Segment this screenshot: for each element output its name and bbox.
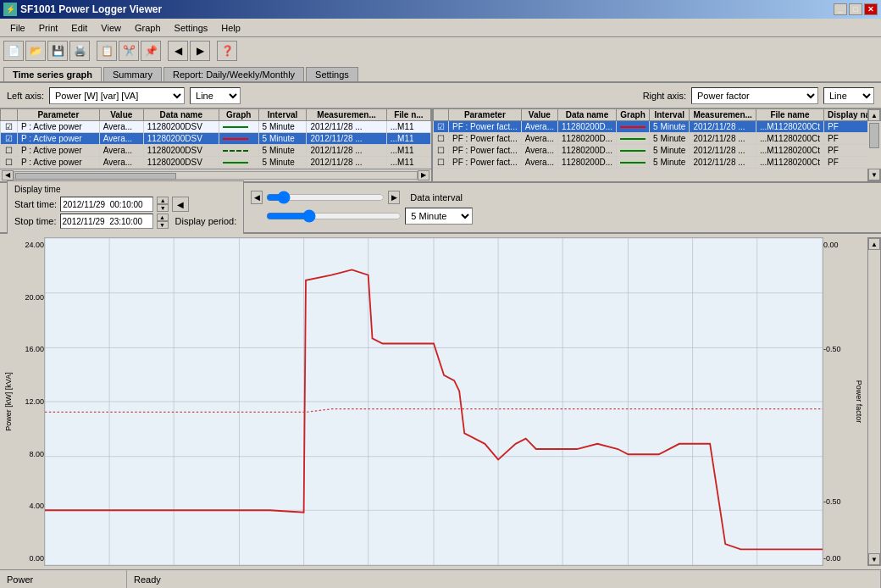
row-checkbox[interactable]: ☐ xyxy=(1,157,18,169)
tab-report[interactable]: Report: Daily/Weekly/Monthly xyxy=(163,67,304,81)
row-checkbox[interactable]: ☑ xyxy=(1,121,18,133)
nav-slider[interactable] xyxy=(266,191,385,204)
col-header-graph: Graph xyxy=(219,109,258,121)
title-bar: ⚡ SF1001 Power Logger Viewer _ □ ✕ xyxy=(0,0,881,19)
y-right-ticks: 0.00 -0.50 -0.50 -0.00 xyxy=(823,237,851,566)
minimize-button[interactable]: _ xyxy=(834,3,847,15)
rrow-checkbox[interactable]: ☐ xyxy=(434,133,449,145)
row-checkbox[interactable]: ☑ xyxy=(1,133,18,145)
start-time-input[interactable] xyxy=(60,197,153,212)
right-axis-type-select[interactable]: Line xyxy=(823,87,874,104)
left-axis-select[interactable]: Power [W] [var] [VA] xyxy=(49,87,185,104)
chart-svg xyxy=(45,238,823,565)
stop-time-down[interactable]: ▼ xyxy=(157,221,169,229)
row-measurement: 2012/11/28 ... xyxy=(307,157,386,169)
interval-select[interactable]: 5 Minute xyxy=(405,208,473,225)
rrow-checkbox[interactable]: ☐ xyxy=(434,145,449,157)
y-tick: 8.00 xyxy=(17,450,44,458)
param-area: Parameter Value Data name Graph Interval… xyxy=(0,108,881,183)
row-graph xyxy=(219,133,258,145)
scroll-down-btn[interactable]: ▼ xyxy=(868,169,880,180)
paste-button[interactable]: 📌 xyxy=(141,41,161,61)
rrow-checkbox[interactable]: ☐ xyxy=(434,157,449,169)
row-interval: 5 Minute xyxy=(258,133,307,145)
start-time-up[interactable]: ▲ xyxy=(157,197,169,204)
slider-area: ◀ ▶ Data interval 5 Minute xyxy=(251,191,874,225)
print-button[interactable]: 🖨️ xyxy=(69,41,90,61)
y-right-tick: -0.00 xyxy=(823,554,851,563)
nav-right-btn[interactable]: ▶ xyxy=(388,191,400,204)
left-axis-type-select[interactable]: Line xyxy=(190,87,241,104)
scrollbar-track xyxy=(14,171,418,180)
close-button[interactable]: ✕ xyxy=(864,3,878,15)
row-measurement: 2012/11/28 ... xyxy=(307,133,386,145)
cut-button[interactable]: ✂️ xyxy=(119,41,139,61)
copy-button[interactable]: 📋 xyxy=(97,41,117,61)
right-axis-select[interactable]: Power factor xyxy=(691,87,818,104)
nav-left-button[interactable]: ◀ xyxy=(168,41,188,61)
y-right-label: Power factor xyxy=(855,380,863,424)
table-row[interactable]: ☑ PF : Power fact... Avera... 11280200D.… xyxy=(434,121,868,133)
col-header-file: File n... xyxy=(386,109,430,121)
left-table-scrollbar[interactable]: ◀ ▶ xyxy=(0,169,431,180)
rrow-parameter: PF : Power fact... xyxy=(449,133,522,145)
tab-time-series[interactable]: Time series graph xyxy=(3,67,102,81)
scroll-left-btn[interactable]: ◀ xyxy=(2,170,14,180)
rrow-display: PF xyxy=(824,145,867,157)
col-header-check xyxy=(1,109,18,121)
maximize-button[interactable]: □ xyxy=(849,3,862,15)
table-row[interactable]: ☐ PF : Power fact... Avera... 11280200D.… xyxy=(434,157,868,169)
scroll-thumb[interactable] xyxy=(15,173,176,180)
menu-graph[interactable]: Graph xyxy=(128,21,168,35)
scroll-right-btn[interactable]: ▶ xyxy=(418,170,429,180)
row-checkbox[interactable]: ☐ xyxy=(1,145,18,157)
status-bar: Power Ready xyxy=(0,569,881,588)
y-left-label: Power [kW] [kVA] xyxy=(4,372,13,430)
chart-scrollbar-v[interactable]: ▲ ▼ xyxy=(867,237,881,566)
chart-scroll-up[interactable]: ▲ xyxy=(868,238,880,250)
menu-settings[interactable]: Settings xyxy=(168,21,215,35)
rrow-value: Avera... xyxy=(521,145,557,157)
tab-summary[interactable]: Summary xyxy=(103,67,162,81)
start-nav-left[interactable]: ◀ xyxy=(172,197,189,212)
menu-help[interactable]: Help xyxy=(214,21,247,35)
right-table-scrollbar-v[interactable]: ▲ ▼ xyxy=(867,108,881,181)
toolbar: 📄 📂 💾 🖨️ 📋 ✂️ 📌 ◀ ▶ ❓ xyxy=(0,37,881,64)
row-graph xyxy=(219,121,258,133)
col-header-interval: Interval xyxy=(258,109,307,121)
start-time-label: Start time: xyxy=(14,199,57,209)
menu-print[interactable]: Print xyxy=(32,21,65,35)
stop-time-input[interactable] xyxy=(60,214,153,229)
nav-right-button[interactable]: ▶ xyxy=(190,41,210,61)
right-param-table-wrap: Parameter Value Data name Graph Interval… xyxy=(432,108,881,181)
open-button[interactable]: 📂 xyxy=(25,41,46,61)
menu-edit[interactable]: Edit xyxy=(64,21,94,35)
help-button[interactable]: ❓ xyxy=(217,41,237,61)
rrow-dataname: 11280200D... xyxy=(557,157,616,169)
right-axis-label: Right axis: xyxy=(643,91,686,101)
menu-file[interactable]: File xyxy=(3,21,32,35)
scroll-thumb[interactable] xyxy=(869,123,879,148)
chart-scroll-down[interactable]: ▼ xyxy=(868,553,880,565)
y-right-label-container: Power factor xyxy=(851,237,867,566)
tab-settings[interactable]: Settings xyxy=(306,67,358,81)
table-row[interactable]: ☑ P : Active power Avera... 11280200DSV … xyxy=(1,133,431,145)
scroll-up-btn[interactable]: ▲ xyxy=(868,109,880,121)
start-time-spinners: ▲ ▼ xyxy=(157,197,169,212)
table-row[interactable]: ☐ P : Active power Avera... 11280200DSV … xyxy=(1,157,431,169)
save-button[interactable]: 💾 xyxy=(47,41,68,61)
window-controls[interactable]: _ □ ✕ xyxy=(834,3,878,15)
table-row[interactable]: ☐ PF : Power fact... Avera... 11280200D.… xyxy=(434,145,868,157)
table-row[interactable]: ☐ P : Active power Avera... 11280200DSV … xyxy=(1,145,431,157)
new-button[interactable]: 📄 xyxy=(3,41,24,61)
nav-left-btn[interactable]: ◀ xyxy=(251,191,263,204)
table-row[interactable]: ☐ PF : Power fact... Avera... 11280200D.… xyxy=(434,133,868,145)
stop-time-up[interactable]: ▲ xyxy=(157,214,169,221)
rrow-parameter: PF : Power fact... xyxy=(449,121,522,133)
table-row[interactable]: ☑ P : Active power Avera... 11280200DSV … xyxy=(1,121,431,133)
menu-view[interactable]: View xyxy=(94,21,128,35)
period-slider[interactable] xyxy=(266,209,402,223)
start-time-down[interactable]: ▼ xyxy=(157,204,169,212)
rcol-file: File name xyxy=(756,109,823,121)
rrow-checkbox[interactable]: ☑ xyxy=(434,121,449,133)
